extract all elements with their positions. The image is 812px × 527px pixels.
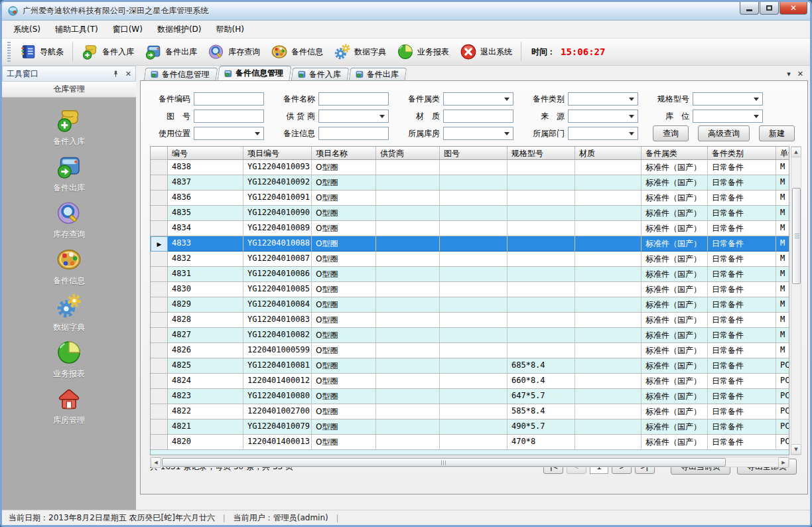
table-cell: [440, 297, 508, 313]
column-header-备件类别[interactable]: 备件类别: [708, 147, 776, 160]
form-select-备件类别[interactable]: [568, 92, 638, 106]
table-row[interactable]: 4828YG12204010083O型圈标准件（国产）日常备件M: [151, 313, 789, 328]
app-window: 广州爱奇迪软件科技有限公司-深田之星仓库管理系统 ✕ 系统(S)辅助工具(T)窗…: [0, 0, 812, 527]
table-row[interactable]: 4831YG12204010086O型圈标准件（国产）日常备件M: [151, 267, 789, 282]
menu-item-1[interactable]: 辅助工具(T): [48, 21, 105, 38]
toolbar-button-exit[interactable]: 退出系统: [454, 40, 517, 63]
table-row[interactable]: 4825YG12204010081O型圈685*8.4标准件（国产）日常备件PC: [151, 358, 789, 374]
table-cell: 标准件（国产）: [642, 206, 708, 221]
data-dictionary-icon: [56, 293, 82, 319]
form-select-备件属类[interactable]: [443, 92, 513, 106]
form-input-备件名称[interactable]: [318, 92, 389, 106]
form-input-备件编码[interactable]: [194, 92, 264, 106]
table-row[interactable]: 4836YG12204010091O型圈标准件（国产）日常备件M: [151, 190, 789, 206]
tab-close-icon[interactable]: ✕: [797, 70, 803, 78]
column-header-单位[interactable]: 单位: [776, 147, 789, 160]
form-label: 规格型号: [649, 94, 693, 105]
close-button[interactable]: ✕: [779, 2, 807, 15]
pin-icon[interactable]: [111, 70, 120, 78]
form-select-所属库房[interactable]: [443, 127, 513, 140]
sidebar-item-spare-out[interactable]: 备件出库: [29, 153, 109, 198]
scroll-up-icon[interactable]: ▲: [791, 147, 801, 157]
sidebar-item-spare-info[interactable]: 备件信息: [29, 246, 109, 291]
table-row[interactable]: 4827YG12204010082O型圈标准件（国产）日常备件M: [151, 328, 789, 343]
table-row[interactable]: 4838YG12204010093O型圈标准件（国产）日常备件M: [151, 160, 789, 175]
form-input-备注信息[interactable]: [318, 127, 389, 140]
form-label: 备件属类: [399, 94, 443, 105]
toolbar-grip[interactable]: [7, 42, 11, 62]
vertical-scrollbar[interactable]: ▲ ▼: [791, 146, 801, 455]
menu-item-2[interactable]: 窗口(W): [105, 21, 150, 38]
table-row[interactable]: 4837YG12204010092O型圈标准件（国产）日常备件M: [151, 175, 789, 190]
column-header-项目名称[interactable]: 项目名称: [312, 147, 376, 160]
menu-item-4[interactable]: 帮助(H): [209, 21, 251, 38]
column-header-规格型号[interactable]: 规格型号: [508, 147, 575, 160]
column-header-材质[interactable]: 材质: [575, 147, 642, 160]
chevron-down-icon[interactable]: ▾: [787, 70, 791, 78]
table-row[interactable]: 48261220401000599O型圈标准件（国产）日常备件M: [151, 343, 789, 358]
new-button[interactable]: 新建: [759, 125, 795, 141]
column-header-编号[interactable]: 编号: [168, 147, 243, 160]
form-input-图 号[interactable]: [194, 110, 264, 123]
menu-item-0[interactable]: 系统(S): [6, 21, 48, 38]
table-row[interactable]: 48221220401002700O型圈585*8.4标准件（国产）日常备件PC: [151, 404, 789, 419]
sidebar-item-spare-in[interactable]: 备件入库: [29, 107, 109, 152]
table-row[interactable]: 4834YG12204010089O型圈标准件（国产）日常备件M: [151, 221, 789, 236]
table-row[interactable]: 48241220401400012O型圈660*8.4标准件（国产）日常备件PC: [151, 374, 789, 389]
tab-0[interactable]: 备件信息管理: [144, 68, 218, 80]
table-cell: [575, 297, 642, 313]
toolbar-button-spare-out[interactable]: 备件出库: [139, 40, 202, 63]
table-row[interactable]: 4823YG12204010080O型圈647*5.7标准件（国产）日常备件PC: [151, 389, 789, 404]
table-row[interactable]: 4830YG12204010085O型圈标准件（国产）日常备件M: [151, 282, 789, 297]
toolbar-button-inventory-query[interactable]: 库存查询: [202, 40, 265, 63]
column-header-备件属类[interactable]: 备件属类: [642, 147, 708, 160]
row-header-cell: [151, 328, 168, 343]
toolbar-button-label: 备件信息: [291, 46, 323, 58]
table-cell: O型圈: [312, 343, 376, 358]
tab-2[interactable]: 备件入库: [291, 68, 350, 80]
table-row[interactable]: 4821YG12204010079O型圈490*5.7标准件（国产）日常备件PC: [151, 419, 789, 435]
maximize-button[interactable]: [760, 2, 779, 15]
sidebar-close-icon[interactable]: ✕: [125, 70, 131, 78]
toolbar-button-navbar[interactable]: 导航条: [14, 40, 69, 63]
sidebar-item-business-report[interactable]: 业务报表: [29, 339, 109, 384]
table-cell: [575, 404, 642, 419]
query-button[interactable]: 查询: [653, 125, 689, 141]
sidebar-item-inventory-query[interactable]: 库存查询: [29, 200, 109, 245]
column-header-供货商[interactable]: 供货商: [376, 147, 440, 160]
sidebar-item-data-dictionary[interactable]: 数据字典: [29, 293, 109, 338]
toolbar-button-spare-in[interactable]: 备件入库: [76, 40, 139, 63]
table-row[interactable]: 4835YG12204010090O型圈标准件（国产）日常备件M: [151, 206, 789, 221]
scroll-left-icon[interactable]: ◀: [151, 457, 161, 468]
horizontal-scroll-thumb[interactable]: [162, 458, 726, 467]
form-select-所属部门[interactable]: [568, 127, 638, 140]
menu-item-3[interactable]: 数据维护(D): [150, 21, 209, 38]
column-header-图号[interactable]: 图号: [440, 147, 508, 160]
table-row[interactable]: 48201220401400013O型圈470*8标准件（国产）日常备件PC: [151, 435, 789, 450]
table-row[interactable]: 4832YG12204010087O型圈标准件（国产）日常备件M: [151, 252, 789, 267]
column-header-项目编号[interactable]: 项目编号: [243, 147, 312, 160]
form-input-材 质[interactable]: [443, 110, 513, 123]
form-select-使用位置[interactable]: [194, 127, 264, 140]
form-select-来 源[interactable]: [568, 110, 638, 123]
table-row[interactable]: ▶4833YG12204010088O型圈标准件（国产）日常备件M: [151, 236, 789, 252]
table-cell: [376, 252, 440, 267]
advanced-query-button[interactable]: 高级查询: [698, 125, 750, 141]
vertical-scroll-thumb[interactable]: [792, 188, 801, 284]
toolbar-button-spare-info[interactable]: 备件信息: [265, 40, 328, 63]
horizontal-scrollbar[interactable]: ◀ ▶: [150, 457, 789, 467]
toolbar-button-business-report[interactable]: 业务报表: [391, 40, 454, 63]
tab-3[interactable]: 备件出库: [349, 68, 407, 80]
table-row[interactable]: 4829YG12204010084O型圈标准件（国产）日常备件M: [151, 297, 789, 313]
table-cell: YG12204010090: [243, 206, 312, 221]
form-select-库 位[interactable]: [693, 110, 763, 123]
form-select-供 货 商[interactable]: [318, 110, 389, 123]
sidebar-item-warehouse[interactable]: 库房管理: [29, 386, 109, 431]
table-cell: O型圈: [312, 435, 376, 450]
tab-1[interactable]: 备件信息管理: [217, 66, 291, 80]
scroll-right-icon[interactable]: ▶: [778, 457, 789, 468]
toolbar-button-data-dictionary[interactable]: 数据字典: [328, 40, 391, 63]
minimize-button[interactable]: [740, 2, 759, 15]
scroll-down-icon[interactable]: ▼: [791, 444, 801, 455]
form-select-规格型号[interactable]: [693, 92, 763, 106]
